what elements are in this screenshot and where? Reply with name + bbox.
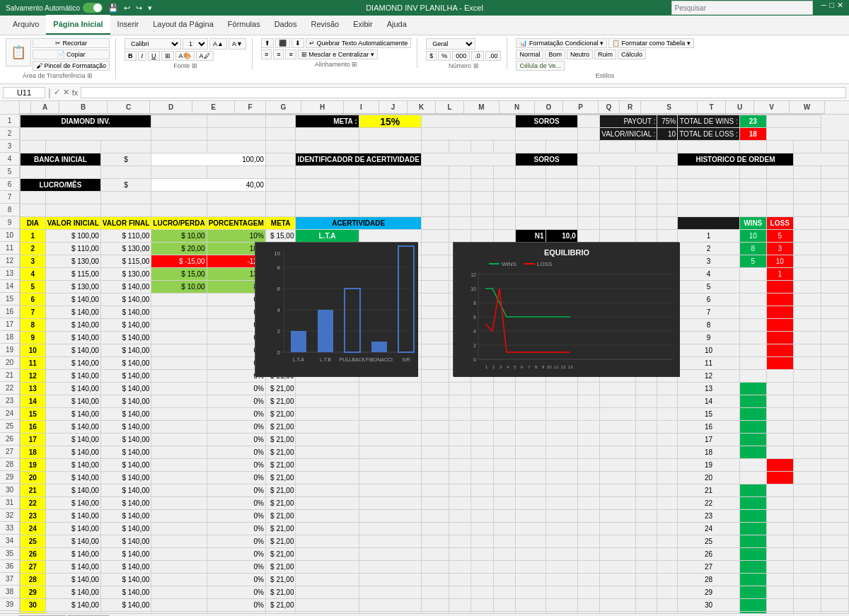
- cell[interactable]: [635, 548, 657, 561]
- cell[interactable]: $ 140,00: [45, 497, 100, 510]
- cell[interactable]: $ 140,00: [100, 281, 151, 294]
- cell[interactable]: [793, 332, 821, 344]
- cell[interactable]: [600, 599, 636, 612]
- cell[interactable]: [766, 204, 793, 217]
- tab-exibir[interactable]: Exibir: [346, 15, 380, 35]
- cell[interactable]: [516, 141, 545, 153]
- cell[interactable]: [821, 548, 848, 561]
- cell[interactable]: [600, 434, 636, 446]
- cell[interactable]: [449, 497, 471, 510]
- cell[interactable]: 27: [678, 561, 740, 574]
- cell[interactable]: $ 140,00: [100, 370, 151, 383]
- cell[interactable]: [449, 192, 471, 204]
- cancel-icon[interactable]: ✕: [63, 88, 69, 97]
- cell[interactable]: [359, 561, 421, 574]
- cell[interactable]: [600, 484, 636, 497]
- cell[interactable]: 31: [21, 612, 46, 614]
- cell[interactable]: [635, 421, 657, 434]
- cell[interactable]: [739, 166, 766, 179]
- cell[interactable]: [359, 395, 421, 408]
- cell[interactable]: [635, 383, 657, 395]
- cell[interactable]: 3: [21, 255, 46, 268]
- cell[interactable]: $ 140,00: [100, 612, 151, 614]
- cell[interactable]: [516, 484, 545, 497]
- cell[interactable]: [151, 484, 207, 497]
- cell[interactable]: [635, 472, 657, 484]
- decimal-increase[interactable]: .0: [471, 51, 484, 61]
- cell[interactable]: [296, 128, 359, 141]
- cell[interactable]: $ 21,00: [265, 574, 296, 586]
- cell[interactable]: 0%: [207, 446, 265, 459]
- cell[interactable]: [421, 166, 449, 179]
- style-bom-button[interactable]: Bom: [545, 50, 565, 59]
- style-celulavelocity-button[interactable]: Célula de Ve...: [516, 61, 565, 71]
- cell[interactable]: [577, 395, 600, 408]
- cell[interactable]: 7: [678, 306, 740, 319]
- cell[interactable]: [493, 179, 516, 192]
- cell[interactable]: [600, 612, 636, 614]
- cell[interactable]: [493, 446, 516, 459]
- cell[interactable]: [471, 421, 494, 434]
- cell[interactable]: [449, 612, 471, 614]
- cell[interactable]: [151, 344, 207, 357]
- cell[interactable]: 8: [739, 243, 766, 255]
- cell[interactable]: [545, 484, 577, 497]
- cell[interactable]: DIA: [21, 217, 46, 230]
- cell[interactable]: [359, 586, 421, 599]
- style-ruim-button[interactable]: Ruim: [594, 50, 616, 59]
- cell[interactable]: [493, 497, 516, 510]
- cell[interactable]: [577, 179, 600, 192]
- cell[interactable]: [449, 484, 471, 497]
- cell[interactable]: [793, 612, 821, 614]
- cell[interactable]: [739, 344, 766, 357]
- cell[interactable]: [577, 204, 600, 217]
- cell[interactable]: [471, 434, 494, 446]
- cell[interactable]: 10: [766, 255, 793, 268]
- cell[interactable]: SOROS: [516, 153, 577, 166]
- cell[interactable]: [359, 421, 421, 434]
- cell[interactable]: 4: [21, 268, 46, 281]
- cell[interactable]: [471, 204, 494, 217]
- cell[interactable]: [493, 523, 516, 535]
- cell[interactable]: [766, 395, 793, 408]
- cell[interactable]: [793, 166, 821, 179]
- cell[interactable]: [421, 395, 449, 408]
- cell[interactable]: [493, 204, 516, 217]
- cell[interactable]: [635, 612, 657, 614]
- cell[interactable]: [678, 217, 740, 230]
- cell[interactable]: [359, 472, 421, 484]
- cell[interactable]: [577, 383, 600, 395]
- cell[interactable]: [359, 599, 421, 612]
- cell[interactable]: [449, 459, 471, 472]
- cell[interactable]: [600, 535, 636, 548]
- cell[interactable]: [821, 599, 848, 612]
- cell[interactable]: [793, 561, 821, 574]
- save-icon[interactable]: 💾: [108, 4, 118, 13]
- cell[interactable]: [577, 421, 600, 434]
- cell[interactable]: [657, 217, 678, 230]
- cell[interactable]: $ 21,00: [265, 586, 296, 599]
- maximize-btn[interactable]: □: [829, 1, 834, 15]
- cell[interactable]: [151, 586, 207, 599]
- cell[interactable]: $ 140,00: [100, 561, 151, 574]
- cell[interactable]: [766, 446, 793, 459]
- cell[interactable]: [600, 459, 636, 472]
- cell[interactable]: [21, 204, 46, 217]
- cell[interactable]: [545, 166, 577, 179]
- cell[interactable]: META: [265, 217, 296, 230]
- cell[interactable]: [207, 141, 265, 153]
- cell[interactable]: [739, 548, 766, 561]
- align-center-button[interactable]: ≡: [273, 50, 284, 59]
- cell[interactable]: $ 140,00: [100, 421, 151, 434]
- cell[interactable]: [545, 510, 577, 523]
- close-btn[interactable]: ✕: [837, 1, 843, 15]
- cell[interactable]: [821, 179, 848, 192]
- cell[interactable]: [516, 128, 577, 141]
- cell[interactable]: [100, 192, 151, 204]
- cell[interactable]: [766, 459, 793, 472]
- cell[interactable]: [793, 395, 821, 408]
- cell[interactable]: [421, 446, 449, 459]
- cell[interactable]: [739, 306, 766, 319]
- cell[interactable]: [600, 497, 636, 510]
- cell[interactable]: [739, 586, 766, 599]
